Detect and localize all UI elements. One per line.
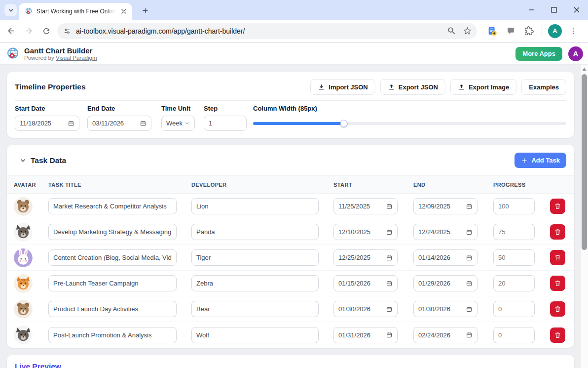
task-title-input[interactable]: Pre-Launch Teaser Campaign (48, 275, 177, 291)
minimize-icon (528, 7, 534, 13)
progress-input[interactable]: 75 (493, 224, 535, 240)
back-icon (6, 26, 16, 36)
developer-input[interactable]: Panda (191, 224, 319, 240)
table-row: Post-Launch Promotion & Analysis Wolf 01… (7, 322, 574, 348)
docs-offline-icon[interactable] (485, 24, 499, 38)
site-info-icon[interactable] (63, 27, 71, 35)
start-date-input[interactable]: 01/30/2026 (333, 301, 398, 317)
window-maximize-button[interactable] (543, 0, 565, 20)
delete-task-button[interactable] (550, 301, 565, 317)
timeline-start-date-input[interactable]: 11/18/2025 (15, 116, 79, 131)
zoom-out-icon[interactable] (447, 26, 456, 36)
timeline-properties-card: Timeline Properties Import JSON Export J… (7, 72, 574, 138)
url-text: ai-toolbox.visual-paradigm.com/app/gantt… (76, 27, 245, 35)
import-json-button[interactable]: Import JSON (310, 79, 375, 95)
column-header-start: START (333, 182, 413, 188)
address-bar[interactable]: ai-toolbox.visual-paradigm.com/app/gantt… (57, 23, 477, 39)
add-task-button[interactable]: Add Task (514, 153, 566, 168)
progress-input[interactable]: 0 (493, 327, 535, 343)
trash-icon (554, 228, 561, 236)
examples-button[interactable]: Examples (521, 79, 566, 95)
progress-input[interactable]: 0 (493, 301, 535, 317)
tab-close-icon[interactable] (119, 7, 128, 16)
reload-button[interactable] (39, 24, 53, 38)
window-minimize-button[interactable] (520, 0, 543, 20)
page-scrollbar[interactable] (580, 65, 588, 368)
calendar-icon (68, 120, 74, 127)
table-row: Market Research & Competitor Analysis Li… (7, 194, 574, 219)
developer-input[interactable]: Lion (191, 198, 319, 214)
divider (15, 100, 566, 101)
table-row: Content Creation (Blog, Social Media, Vi… (7, 245, 574, 271)
scrollbar-up-arrow-icon[interactable] (582, 67, 587, 71)
developer-input[interactable]: Wolf (191, 327, 319, 343)
window-close-button[interactable] (565, 0, 588, 20)
end-date-input[interactable]: 12/24/2025 (413, 224, 478, 240)
task-title-input[interactable]: Content Creation (Blog, Social Media, Vi… (48, 249, 177, 266)
end-date-input[interactable]: 01/30/2026 (413, 301, 478, 317)
developer-input[interactable]: Zebra (191, 275, 319, 291)
task-title-input[interactable]: Product Launch Day Activities (48, 301, 177, 317)
column-width-slider[interactable] (253, 122, 566, 125)
forward-button[interactable] (22, 24, 36, 38)
chevron-down-icon (184, 121, 190, 126)
column-header-task-title: TASK TITLE (48, 182, 191, 188)
tab-title: Start Working with Free Online (37, 8, 115, 15)
kebab-menu-icon (569, 27, 577, 35)
step-input[interactable]: 1 (204, 116, 247, 131)
browser-menu-button[interactable] (566, 24, 580, 38)
page-content: Timeline Properties Import JSON Export J… (0, 65, 580, 368)
trash-icon (554, 331, 561, 339)
powered-by: Powered by Visual Paradigm (24, 55, 97, 61)
task-title-input[interactable]: Market Research & Competitor Analysis (48, 198, 177, 214)
end-date-input[interactable]: 12/09/2025 (413, 198, 478, 214)
time-unit-label: Time Unit (161, 105, 195, 112)
task-table-body: Market Research & Competitor Analysis Li… (7, 194, 574, 348)
task-title-input[interactable]: Post-Launch Promotion & Analysis (48, 327, 177, 343)
column-header-end: END (413, 182, 493, 188)
tab-search-button[interactable] (4, 4, 17, 16)
timeline-end-date-input[interactable]: 03/11/2026 (87, 116, 151, 131)
browser-tab[interactable]: Start Working with Free Online (19, 3, 132, 20)
end-date-input[interactable]: 02/24/2026 (413, 327, 478, 343)
end-date-input[interactable]: 01/14/2026 (413, 249, 478, 266)
delete-task-button[interactable] (550, 224, 565, 240)
start-date-input[interactable]: 01/31/2026 (333, 327, 398, 343)
new-tab-button[interactable] (139, 4, 151, 16)
start-date-input[interactable]: 11/25/2025 (333, 198, 398, 214)
more-apps-button[interactable]: More Apps (515, 47, 562, 61)
trash-icon (554, 305, 561, 313)
delete-task-button[interactable] (550, 250, 565, 265)
task-data-collapse-toggle[interactable]: Task Data (20, 156, 66, 165)
visual-paradigm-link[interactable]: Visual Paradigm (56, 55, 97, 61)
extensions-icon[interactable] (522, 24, 536, 38)
delete-task-button[interactable] (550, 199, 565, 214)
developer-input[interactable]: Bear (191, 301, 319, 317)
column-width-thumb[interactable] (340, 120, 348, 127)
export-json-button[interactable]: Export JSON (380, 79, 445, 95)
time-unit-select[interactable]: Week (161, 116, 195, 131)
start-date-input[interactable]: 12/10/2025 (333, 224, 398, 240)
chevron-down-icon (7, 7, 14, 14)
scrollbar-thumb[interactable] (582, 74, 587, 250)
table-row: Develop Marketing Strategy & Messaging P… (7, 219, 574, 245)
progress-input[interactable]: 100 (493, 198, 535, 214)
calendar-icon (386, 203, 393, 210)
delete-task-button[interactable] (550, 327, 565, 343)
developer-input[interactable]: Tiger (191, 249, 319, 266)
browser-profile-avatar[interactable]: A (548, 24, 562, 38)
progress-input[interactable]: 20 (493, 275, 535, 291)
start-date-input[interactable]: 01/15/2026 (333, 275, 398, 291)
user-avatar[interactable]: A (568, 46, 583, 61)
delete-task-button[interactable] (550, 276, 565, 291)
start-date-input[interactable]: 12/25/2025 (333, 249, 398, 266)
back-button[interactable] (4, 24, 18, 38)
trash-icon (554, 203, 561, 210)
bookmark-star-icon[interactable] (463, 26, 472, 36)
browser-toolbar: ai-toolbox.visual-paradigm.com/app/gantt… (0, 20, 588, 42)
export-image-button[interactable]: Export Image (450, 79, 516, 95)
end-date-input[interactable]: 01/29/2026 (413, 275, 478, 291)
task-title-input[interactable]: Develop Marketing Strategy & Messaging (48, 224, 177, 240)
comments-icon[interactable] (504, 24, 517, 38)
progress-input[interactable]: 50 (493, 249, 535, 266)
